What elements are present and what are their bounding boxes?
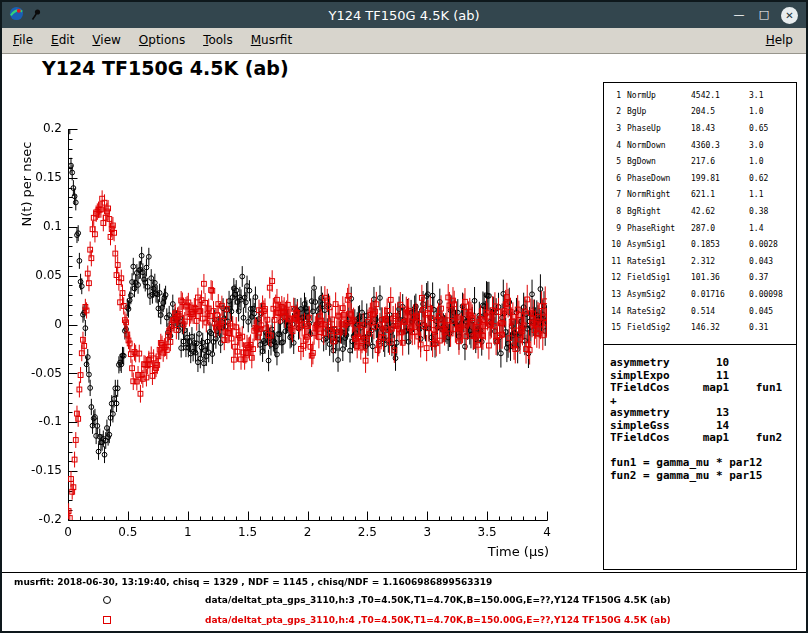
param-perr: 3.1 <box>749 91 796 100</box>
param-row: 15FieldSig2146.320.31 <box>609 319 796 336</box>
theory-line: TFieldCos map1 fun2 <box>610 432 796 445</box>
param-pval: 204.5 <box>691 107 749 116</box>
theory-box: asymmetry 10simplExpo 11TFieldCos map1 f… <box>603 344 797 570</box>
menu-item-options[interactable]: Options <box>130 28 194 53</box>
param-pno: 3 <box>609 124 621 133</box>
param-pval: 146.32 <box>691 323 749 332</box>
param-perr: 0.65 <box>749 124 796 133</box>
param-perr: 0.62 <box>749 174 796 183</box>
param-row: 10AsymSig10.18530.0028 <box>609 236 796 253</box>
param-pname: BgDown <box>627 157 691 166</box>
app-icon <box>9 6 24 25</box>
param-pname: PhaseUp <box>627 124 691 133</box>
param-pname: RateSig2 <box>627 307 691 316</box>
param-perr: 0.00098 <box>749 290 796 299</box>
menubar-right: Help <box>757 28 802 53</box>
minimize-button[interactable]: — <box>731 7 747 23</box>
param-pname: FieldSig1 <box>627 273 691 282</box>
param-pname: NormDown <box>627 141 691 150</box>
param-pval: 42.62 <box>691 207 749 216</box>
param-pval: 0.514 <box>691 307 749 316</box>
param-pno: 8 <box>609 207 621 216</box>
param-row: 2BgUp204.51.0 <box>609 104 796 121</box>
param-pval: 2.312 <box>691 257 749 266</box>
app-window: Y124 TF150G 4.5K (ab) — □ ✕ FileEditView… <box>0 0 808 633</box>
param-perr: 0.045 <box>749 307 796 316</box>
param-perr: 0.37 <box>749 273 796 282</box>
menu-item-file[interactable]: File <box>4 28 42 53</box>
plot-canvas[interactable] <box>2 54 602 574</box>
theory-line: fun1 = gamma_mu * par12 <box>610 457 796 470</box>
param-row: 11RateSig12.3120.043 <box>609 253 796 270</box>
legend-marker-square <box>103 616 111 624</box>
param-pno: 6 <box>609 174 621 183</box>
param-row: 1NormUp4542.13.1 <box>609 87 796 104</box>
param-pname: RateSig1 <box>627 257 691 266</box>
info-divider <box>2 572 806 573</box>
param-row: 7NormRight621.11.1 <box>609 187 796 204</box>
menubar: FileEditViewOptionsToolsMusrfit Help <box>2 28 806 54</box>
param-row: 13AsymSig20.017160.00098 <box>609 286 796 303</box>
param-pname: PhaseRight <box>627 224 691 233</box>
param-pname: PhaseDown <box>627 174 691 183</box>
param-perr: 1.1 <box>749 190 796 199</box>
theory-line: TFieldCos map1 fun1 <box>610 382 796 395</box>
param-perr: 0.31 <box>749 323 796 332</box>
param-pname: BgRight <box>627 207 691 216</box>
param-row: 6PhaseDown199.810.62 <box>609 170 796 187</box>
param-pno: 15 <box>609 323 621 332</box>
param-perr: 0.043 <box>749 257 796 266</box>
param-perr: 1.4 <box>749 224 796 233</box>
param-row: 9PhaseRight287.01.4 <box>609 220 796 237</box>
param-row: 5BgDown217.61.0 <box>609 153 796 170</box>
param-pno: 2 <box>609 107 621 116</box>
param-row: 12FieldSig1101.360.37 <box>609 270 796 287</box>
param-pno: 7 <box>609 190 621 199</box>
param-pno: 11 <box>609 257 621 266</box>
params-list: 1NormUp4542.13.12BgUp204.51.03PhaseUp18.… <box>609 87 796 336</box>
close-button[interactable]: ✕ <box>781 7 798 24</box>
legend-text: data/deltat_pta_gps_3110,h:4 ,T0=4.50K,T… <box>205 615 671 625</box>
theory-line: fun2 = gamma_mu * par15 <box>610 470 796 483</box>
legend: data/deltat_pta_gps_3110,h:3 ,T0=4.50K,T… <box>2 591 602 631</box>
param-pname: NormUp <box>627 91 691 100</box>
legend-row: data/deltat_pta_gps_3110,h:4 ,T0=4.50K,T… <box>2 611 602 631</box>
param-row: 14RateSig20.5140.045 <box>609 303 796 320</box>
param-pname: AsymSig2 <box>627 290 691 299</box>
theory-line: asymmetry 10 <box>610 357 796 370</box>
menu-item-tools[interactable]: Tools <box>194 28 242 53</box>
param-row: 8BgRight42.620.38 <box>609 203 796 220</box>
menu-item-musrfit[interactable]: Musrfit <box>242 28 301 53</box>
maximize-button[interactable]: □ <box>756 7 772 23</box>
param-perr: 3.0 <box>749 141 796 150</box>
fit-stats: musrfit: 2018-06-30, 13:19:40, chisq = 1… <box>14 577 492 587</box>
param-pval: 4542.1 <box>691 91 749 100</box>
param-pval: 621.1 <box>691 190 749 199</box>
param-perr: 1.0 <box>749 157 796 166</box>
param-row: 3PhaseUp18.430.65 <box>609 120 796 137</box>
param-row: 4NormDown4360.33.0 <box>609 137 796 154</box>
param-pno: 14 <box>609 307 621 316</box>
param-perr: 0.0028 <box>749 240 796 249</box>
menu-item-help[interactable]: Help <box>757 28 802 53</box>
param-perr: 1.0 <box>749 107 796 116</box>
param-pval: 18.43 <box>691 124 749 133</box>
param-pval: 4360.3 <box>691 141 749 150</box>
menu-item-edit[interactable]: Edit <box>42 28 83 53</box>
param-pval: 101.36 <box>691 273 749 282</box>
param-pno: 10 <box>609 240 621 249</box>
menu-item-view[interactable]: View <box>83 28 129 53</box>
titlebar[interactable]: Y124 TF150G 4.5K (ab) — □ ✕ <box>2 2 806 28</box>
param-pval: 0.01716 <box>691 290 749 299</box>
menubar-left: FileEditViewOptionsToolsMusrfit <box>4 28 301 53</box>
legend-text: data/deltat_pta_gps_3110,h:3 ,T0=4.50K,T… <box>205 595 671 605</box>
pin-icon[interactable] <box>30 6 42 25</box>
param-pname: AsymSig1 <box>627 240 691 249</box>
window-title: Y124 TF150G 4.5K (ab) <box>2 8 806 23</box>
param-pno: 13 <box>609 290 621 299</box>
param-pval: 0.1853 <box>691 240 749 249</box>
param-pname: FieldSig2 <box>627 323 691 332</box>
param-pval: 199.81 <box>691 174 749 183</box>
param-pno: 9 <box>609 224 621 233</box>
param-pname: NormRight <box>627 190 691 199</box>
